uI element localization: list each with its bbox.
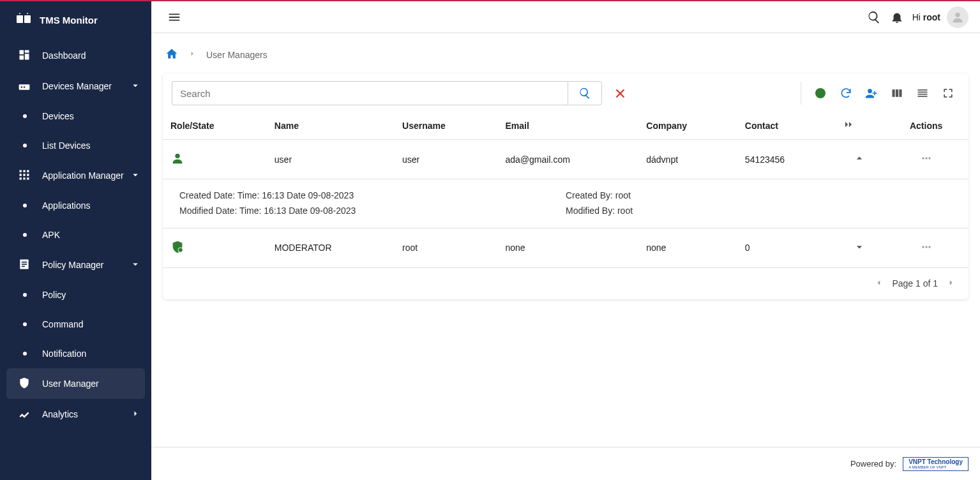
contact-cell: 0	[737, 228, 834, 267]
col-expand[interactable]	[834, 112, 884, 140]
svg-rect-26	[893, 89, 895, 97]
search-submit-button[interactable]	[568, 81, 602, 105]
chevron-down-icon	[130, 80, 141, 93]
notifications-button[interactable]	[886, 6, 908, 29]
page-prev-button[interactable]	[873, 277, 884, 290]
company-cell: none	[638, 228, 737, 267]
sidebar-item-policy-manager[interactable]: Policy Manager	[0, 250, 151, 280]
sidebar-subitem-applications[interactable]: Applications	[0, 191, 151, 220]
add-user-button[interactable]	[860, 82, 883, 105]
svg-rect-4	[20, 50, 24, 54]
svg-rect-17	[20, 177, 22, 179]
svg-point-10	[24, 86, 26, 88]
status-indicator[interactable]	[809, 82, 832, 105]
bullet-icon	[23, 144, 27, 147]
card-toolbar	[163, 73, 969, 112]
expand-cell[interactable]	[834, 140, 884, 179]
search-wrap	[172, 81, 602, 105]
footer-text: Powered by:	[850, 459, 896, 469]
svg-rect-29	[918, 89, 928, 91]
sidebar-subitem-command[interactable]: Command	[0, 310, 151, 339]
sidebar-subitem-apk[interactable]: APK	[0, 220, 151, 250]
page-next-button[interactable]	[946, 277, 957, 290]
status-dot-icon	[815, 88, 825, 98]
bullet-icon	[23, 322, 27, 326]
analytics-icon	[18, 407, 31, 422]
breadcrumb-home[interactable]	[165, 47, 178, 62]
expand-cell[interactable]	[834, 228, 884, 267]
more-icon	[920, 156, 933, 167]
chevron-down-icon	[130, 169, 141, 183]
col-email[interactable]: Email	[498, 112, 639, 140]
footer-logo: VNPT Technology A MEMBER OF VNPT	[903, 457, 969, 471]
policy-icon	[18, 258, 31, 273]
users-table: Role/State Name Username Email Company C…	[163, 112, 969, 268]
sidebar-item-devices-manager[interactable]: Devices Manager	[0, 71, 151, 101]
modified-date-value: Time: 16:13 Date 09-08-2023	[239, 206, 356, 216]
footer: Powered by: VNPT Technology A MEMBER OF …	[151, 447, 980, 480]
col-username[interactable]: Username	[395, 112, 497, 140]
svg-point-33	[175, 154, 179, 158]
pagination: Page 1 of 1	[163, 268, 969, 299]
svg-rect-15	[23, 174, 25, 176]
sidebar-item-label: Policy	[42, 290, 66, 300]
app-brand: TMS Monitor	[0, 4, 151, 40]
table-row-detail: Created Date: Time: 16:13 Date 09-08-202…	[163, 179, 969, 229]
breadcrumb: User Managers	[165, 47, 969, 62]
detail-left: Created Date: Time: 16:13 Date 09-08-202…	[179, 188, 566, 219]
created-by-value: root	[615, 190, 631, 200]
main-area: Hi root User Managers	[151, 0, 980, 480]
sidebar-subitem-devices[interactable]: Devices	[0, 101, 151, 131]
sidebar-item-label: Dashboard	[42, 50, 86, 61]
fullscreen-button[interactable]	[937, 82, 960, 105]
search-button[interactable]	[863, 6, 886, 29]
sidebar-item-dashboard[interactable]: Dashboard	[0, 40, 151, 71]
sidebar-item-user-manager[interactable]: User Manager	[6, 368, 145, 399]
sidebar-item-analytics[interactable]: Analytics	[0, 399, 151, 430]
bullet-icon	[23, 204, 27, 207]
col-role[interactable]: Role/State	[163, 112, 267, 140]
svg-rect-14	[20, 174, 22, 176]
modified-date-label: Modified Date:	[179, 206, 237, 216]
search-input[interactable]	[172, 81, 568, 105]
svg-point-2	[19, 13, 20, 14]
col-name[interactable]: Name	[267, 112, 395, 140]
svg-rect-18	[23, 177, 25, 179]
svg-rect-13	[27, 170, 29, 172]
columns-button[interactable]	[886, 82, 908, 105]
company-cell: dádvnpt	[638, 140, 737, 179]
sidebar-subitem-policy[interactable]: Policy	[0, 280, 151, 310]
bullet-icon	[23, 293, 27, 297]
svg-rect-12	[23, 170, 25, 172]
bullet-icon	[23, 352, 27, 356]
svg-rect-7	[20, 55, 24, 59]
sidebar-subitem-notification[interactable]: Notification	[0, 339, 151, 368]
dashboard-icon	[18, 49, 31, 63]
contact-cell: 54123456	[737, 140, 834, 179]
sidebar-item-label: Applications	[42, 200, 91, 211]
col-company[interactable]: Company	[638, 112, 737, 140]
sidebar-subitem-list-devices[interactable]: List Devices	[0, 131, 151, 160]
menu-toggle-button[interactable]	[163, 6, 186, 29]
created-date-value: Time: 16:13 Date 09-08-2023	[237, 190, 354, 200]
actions-cell[interactable]	[884, 140, 969, 179]
page-indicator: Page 1 of 1	[892, 278, 938, 289]
clear-search-button[interactable]	[608, 87, 631, 100]
svg-point-36	[928, 157, 930, 159]
actions-cell[interactable]	[884, 228, 969, 267]
sidebar-item-application-manager[interactable]: Application Manager	[0, 160, 151, 191]
user-avatar[interactable]	[947, 6, 969, 28]
sidebar-item-label: List Devices	[42, 140, 90, 151]
refresh-button[interactable]	[834, 82, 857, 105]
chevron-up-icon	[853, 156, 866, 167]
density-button[interactable]	[911, 82, 934, 105]
svg-rect-11	[20, 170, 22, 172]
topbar: Hi root	[151, 1, 980, 33]
username-cell: user	[395, 140, 497, 179]
username-cell: root	[395, 228, 497, 267]
svg-point-35	[925, 157, 927, 159]
sidebar-item-label: User Manager	[42, 379, 99, 389]
sidebar-item-label: Devices Manager	[42, 81, 112, 91]
col-contact[interactable]: Contact	[737, 112, 834, 140]
shield-user-icon	[18, 377, 31, 391]
